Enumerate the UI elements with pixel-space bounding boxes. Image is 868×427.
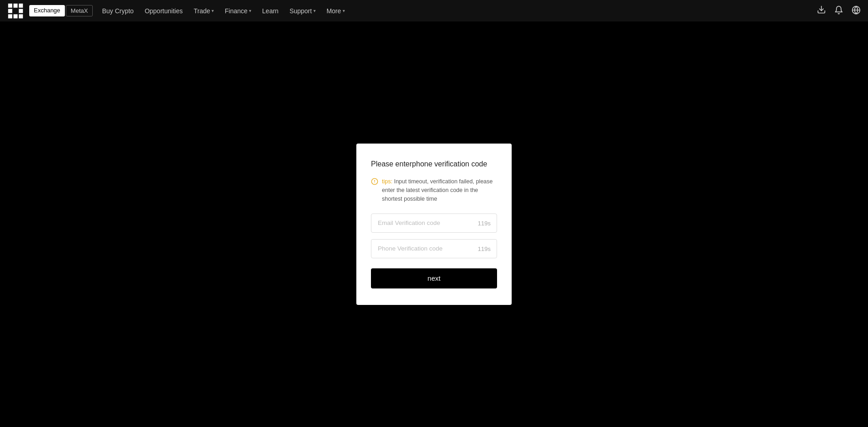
phone-code-group: 119s xyxy=(371,239,497,258)
svg-rect-2 xyxy=(19,3,23,7)
modal-title: Please enterphone verification code xyxy=(371,160,497,168)
nav-learn[interactable]: Learn xyxy=(262,7,279,15)
svg-rect-0 xyxy=(8,3,12,7)
nav-tabs: Exchange MetaX xyxy=(29,5,93,16)
bell-icon[interactable] xyxy=(834,5,843,16)
svg-rect-5 xyxy=(8,14,12,18)
svg-rect-6 xyxy=(14,14,18,18)
navbar: Exchange MetaX Buy Crypto Opportunities … xyxy=(0,0,868,21)
next-button[interactable]: next xyxy=(371,268,497,288)
download-icon[interactable] xyxy=(817,5,826,16)
verification-modal: Please enterphone verification code tips… xyxy=(356,144,512,304)
svg-rect-7 xyxy=(19,14,23,18)
logo[interactable] xyxy=(7,3,24,19)
tip-label: tips: xyxy=(382,178,392,185)
support-chevron-icon: ▾ xyxy=(313,8,316,13)
finance-chevron-icon: ▾ xyxy=(249,8,251,13)
nav-trade[interactable]: Trade ▾ xyxy=(194,7,214,15)
more-chevron-icon: ▾ xyxy=(343,8,345,13)
trade-chevron-icon: ▾ xyxy=(212,8,214,13)
tip-message: tips: Input timeout, verification failed… xyxy=(382,177,497,203)
nav-support[interactable]: Support ▾ xyxy=(290,7,316,15)
globe-icon[interactable] xyxy=(852,5,861,16)
tab-metax[interactable]: MetaX xyxy=(66,5,93,16)
email-countdown: 119s xyxy=(478,219,491,226)
phone-countdown: 119s xyxy=(478,245,491,252)
email-code-group: 119s xyxy=(371,214,497,233)
svg-rect-4 xyxy=(19,9,23,13)
nav-buy-crypto[interactable]: Buy Crypto xyxy=(102,7,133,15)
warning-icon xyxy=(371,178,378,187)
nav-finance[interactable]: Finance ▾ xyxy=(225,7,251,15)
nav-opportunities[interactable]: Opportunities xyxy=(145,7,183,15)
tip-box: tips: Input timeout, verification failed… xyxy=(371,177,497,203)
svg-rect-3 xyxy=(8,9,12,13)
nav-right-icons xyxy=(817,5,861,16)
tip-body: Input timeout, verification failed, plea… xyxy=(382,178,493,202)
main-content: Please enterphone verification code tips… xyxy=(0,21,868,427)
svg-rect-1 xyxy=(14,3,18,7)
tab-exchange[interactable]: Exchange xyxy=(29,5,65,16)
nav-more[interactable]: More ▾ xyxy=(327,7,345,15)
nav-items: Buy Crypto Opportunities Trade ▾ Finance… xyxy=(102,7,815,15)
